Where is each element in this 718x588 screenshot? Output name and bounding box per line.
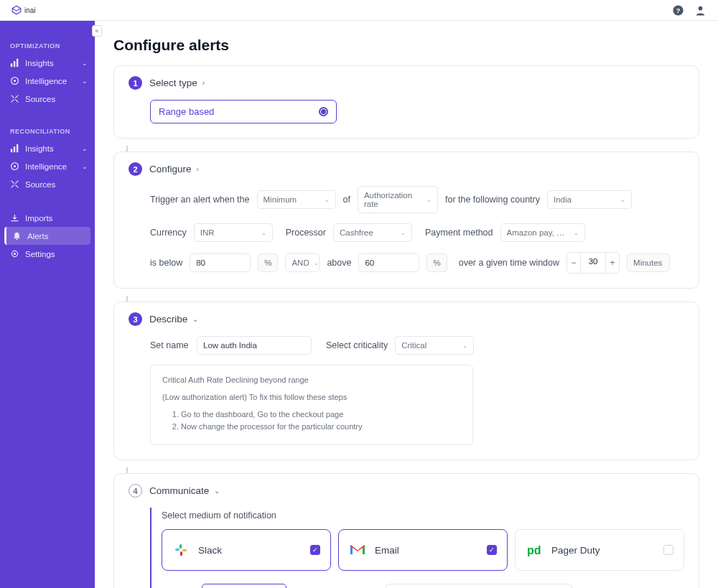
name-input[interactable] [197,336,312,355]
sidebar-item-alerts[interactable]: Alerts [4,227,90,245]
currency-select[interactable]: INR⌄ [194,223,273,242]
import-icon [10,213,19,223]
label: Select criticality [326,340,388,350]
desc-step: Go to the dashboard, Go to the checkout … [181,410,461,419]
pagerduty-option[interactable]: pd Pager Duty [515,529,684,571]
sidebar-item-label: Sources [25,95,55,103]
criticality-select[interactable]: Critical⌄ [395,336,474,355]
sidebar-section-title: RECONCILIATION [0,123,95,139]
sidebar-item-label: Insights [25,59,54,67]
sidebar-item-label: Intelligence [25,77,67,85]
below-input[interactable] [190,253,251,272]
step3-card: 3 Describe ⌄ Set name Select criticality… [113,302,699,460]
sidebar-item-insights-2[interactable]: Insights⌄ [0,139,95,157]
email-input[interactable] [386,584,572,588]
label: Set name [150,340,190,350]
metric-select[interactable]: Authorization rate⌄ [358,186,438,213]
svg-rect-16 [182,549,187,551]
sidebar-item-settings[interactable]: Settings [0,245,95,263]
increment-button[interactable]: + [605,252,620,274]
slack-icon [172,541,190,559]
chevron-down-icon: ⌄ [82,60,88,67]
gear-icon [10,249,19,258]
chevron-down-icon: ⌄ [192,315,198,323]
collapse-sidebar-icon[interactable]: « [92,25,102,37]
logic-select[interactable]: AND⌄ [285,253,320,272]
help-icon[interactable]: ? [672,4,684,17]
sidebar-item-label: Sources [25,180,55,189]
sidebar-section-title: OPTIMIZATION [0,38,95,54]
decrement-button[interactable]: − [567,252,581,274]
connector [126,296,128,302]
svg-text:pd: pd [527,544,541,556]
chevron-right-icon: › [197,165,199,173]
label: above [327,258,351,268]
svg-point-14 [14,253,16,255]
svg-rect-17 [180,544,182,549]
slack-option[interactable]: Slack ✓ [162,529,331,571]
minmax-select[interactable]: Minimum⌄ [257,190,336,209]
sidebar-item-sources-2[interactable]: Sources [0,175,95,193]
page-title: Configure alerts [113,37,699,54]
chevron-down-icon: ⌄ [214,487,220,495]
teams-select[interactable]: Select teams⌄ [202,584,286,588]
email-option[interactable]: Email ✓ [338,529,508,571]
description-box[interactable]: Critical Auth Rate Declining beyond rang… [150,365,473,445]
chevron-down-icon: ⌄ [82,78,88,85]
connector [126,146,128,151]
payment-select[interactable]: Amazon pay, Cards, Net...⌄ [500,223,585,242]
sidebar-item-label: Settings [25,250,55,258]
step-number: 2 [129,162,142,176]
svg-point-2 [699,6,703,10]
svg-text:?: ? [676,6,680,14]
step-title: Configure [149,164,192,174]
sidebar-item-label: Insights [25,144,54,153]
sidebar-item-sources[interactable]: Sources [0,90,95,108]
step-number: 1 [129,76,142,90]
svg-rect-10 [17,144,18,152]
desc-subtitle: (Low authorization alert) To fix this fo… [162,393,461,401]
chevron-down-icon: ⌄ [82,163,88,170]
radio-selected-icon [319,107,328,116]
desc-title: Critical Auth Rate Declining beyond rang… [162,375,461,384]
label: for the following country [445,195,540,205]
country-select[interactable]: India⌄ [547,190,632,209]
brain-icon [10,76,19,85]
sidebar-item-insights[interactable]: Insights⌄ [0,54,95,72]
chart-icon [10,144,19,153]
svg-point-12 [14,165,16,167]
range-based-option[interactable]: Range based [150,100,337,123]
tools-icon [10,179,19,189]
label: Payment method [425,228,493,238]
svg-rect-4 [14,61,15,67]
step4-card: 4 Communicate ⌄ Select medium of notific… [113,473,699,588]
window-unit-select[interactable]: Minutes [627,253,670,272]
step-number: 3 [129,312,142,326]
brand-name: inai [24,6,36,14]
chevron-right-icon: › [202,79,205,87]
processor-select[interactable]: Cashfree⌄ [333,223,412,242]
sidebar: « OPTIMIZATION Insights⌄ Intelligence⌄ S… [0,21,95,588]
tools-icon [10,94,19,103]
percent-unit: % [258,253,278,272]
pagerduty-icon: pd [526,541,543,559]
window-value[interactable]: 30 [581,252,605,274]
step-title: Describe [149,314,187,325]
sidebar-item-intelligence[interactable]: Intelligence⌄ [0,72,95,90]
svg-rect-9 [14,146,15,152]
svg-point-7 [14,80,16,82]
label: is below [150,258,182,268]
label: Processor [286,228,326,238]
bell-icon [12,231,22,241]
step1-card: 1 Select type › Range based [113,65,699,139]
checkbox-unchecked-icon [663,545,673,555]
above-input[interactable] [358,253,419,272]
percent-unit: % [426,253,447,272]
connector [126,467,128,473]
step-title: Select type [149,78,197,88]
sidebar-item-imports[interactable]: Imports [0,209,95,227]
gmail-icon [349,541,366,559]
user-icon[interactable] [694,4,707,17]
brand-logo[interactable]: inai [11,5,36,15]
sidebar-item-intelligence-2[interactable]: Intelligence⌄ [0,157,95,175]
